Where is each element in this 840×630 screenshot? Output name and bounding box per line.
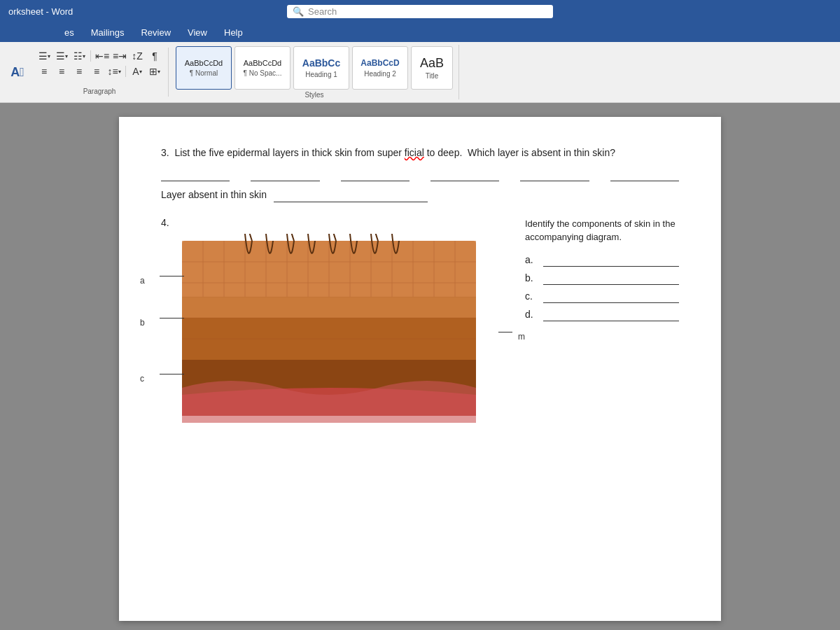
answer-line-2[interactable]: [251, 167, 319, 181]
style-no-spacing-preview: AaBbCcDd: [244, 59, 281, 68]
answer-b-label: b.: [525, 272, 539, 284]
answer-a-line[interactable]: [543, 253, 679, 267]
tab-view[interactable]: View: [179, 22, 216, 42]
paragraph-group-label: Paragraph: [83, 88, 116, 95]
answer-line-6[interactable]: [610, 167, 679, 181]
increase-indent-button[interactable]: ≡⇥: [112, 49, 127, 63]
styles-group: AaBbCcDd ¶ Normal AaBbCcDd ¶ No Spac... …: [170, 45, 459, 99]
skin-diagram: [161, 234, 497, 423]
answer-line-1[interactable]: [161, 167, 230, 181]
justify-button[interactable]: ≡: [89, 64, 104, 78]
style-heading2[interactable]: AaBbCcD Heading 2: [352, 46, 408, 90]
diagram-line-a: [160, 276, 184, 276]
style-title-label: Title: [426, 72, 439, 80]
layer-absent-label: Layer absent in thin skin: [161, 187, 267, 202]
style-normal-label: ¶ Normal: [190, 69, 218, 77]
question-3-text: 3. List the five epidermal layers in thi…: [161, 145, 679, 160]
doc-page[interactable]: 3. List the five epidermal layers in thi…: [119, 117, 721, 621]
answer-a-label: a.: [525, 254, 539, 265]
layer-absent-row: Layer absent in thin skin: [161, 187, 679, 202]
answer-c-line[interactable]: [543, 289, 679, 303]
paragraph-controls: ☰▾ ☰▾ ☷▾ ⇤≡ ≡⇥ ↕Z ¶ ≡ ≡ ≡ ≡ ↕≡▾ A▾ ⊞▾: [36, 49, 162, 78]
search-icon: 🔍: [293, 6, 304, 17]
line-spacing-button[interactable]: ↕≡▾: [106, 64, 122, 78]
tab-help[interactable]: Help: [216, 22, 251, 42]
decrease-indent-button[interactable]: ⇤≡: [94, 49, 110, 63]
answer-item-c: c.: [525, 289, 679, 303]
diagram-line-m: [498, 332, 512, 332]
question-4: 4. a b c m: [161, 217, 679, 425]
multilevel-list-button[interactable]: ☷▾: [71, 49, 87, 63]
search-bar[interactable]: 🔍 Search: [287, 5, 553, 18]
app-title: orksheet - Word: [8, 6, 287, 17]
word-ficial: ficial: [405, 147, 424, 158]
answer-d-line[interactable]: [543, 307, 679, 321]
answer-line-4[interactable]: [430, 167, 499, 181]
paragraph-row2: ≡ ≡ ≡ ≡ ↕≡▾ A▾ ⊞▾: [36, 64, 162, 78]
align-right-button[interactable]: ≡: [71, 64, 87, 78]
paragraph-row1: ☰▾ ☰▾ ☷▾ ⇤≡ ≡⇥ ↕Z ¶: [36, 49, 162, 63]
question-4-number: 4.: [161, 217, 511, 228]
diagram-line-c: [160, 374, 184, 374]
diagram-label-c: c: [140, 374, 144, 384]
answer-line-3[interactable]: [341, 167, 410, 181]
diagram-line-b: [160, 318, 184, 318]
style-no-spacing[interactable]: AaBbCcDd ¶ No Spac...: [234, 46, 290, 90]
answer-c-label: c.: [525, 290, 539, 302]
borders-button[interactable]: ⊞▾: [147, 64, 162, 78]
answer-item-b: b.: [525, 271, 679, 285]
style-title[interactable]: AaB Title: [411, 46, 453, 90]
question-3: 3. List the five epidermal layers in thi…: [161, 145, 679, 203]
answer-lines-q3: [161, 167, 679, 181]
answer-item-d: d.: [525, 307, 679, 321]
style-title-preview: AaB: [420, 56, 444, 71]
q4-left: 4. a b c m: [161, 217, 511, 425]
layer-absent-blank[interactable]: [274, 188, 428, 202]
style-heading1-label: Heading 1: [305, 71, 337, 78]
style-heading2-label: Heading 2: [364, 70, 396, 78]
ribbon: Aͦ ☰▾ ☰▾ ☷▾ ⇤≡ ≡⇥ ↕Z ¶ ≡ ≡ ≡ ≡ ↕≡▾: [0, 42, 840, 103]
title-bar: orksheet - Word 🔍 Search: [0, 0, 840, 22]
style-heading2-preview: AaBbCcD: [360, 58, 399, 68]
style-normal[interactable]: AaBbCcDd ¶ Normal: [176, 46, 232, 90]
styles-group-label: Styles: [304, 91, 323, 99]
tab-mailings[interactable]: Mailings: [83, 22, 133, 42]
font-format-button[interactable]: Aͦ: [10, 65, 25, 79]
search-placeholder: Search: [308, 6, 337, 17]
style-heading1[interactable]: AaBbCc Heading 1: [293, 46, 349, 90]
shading-button[interactable]: A▾: [130, 64, 145, 78]
list-numbers-button[interactable]: ☰▾: [54, 49, 69, 63]
identify-text: Identify the components of skin in the a…: [525, 217, 679, 244]
diagram-label-b: b: [140, 318, 145, 328]
paragraph-group: ☰▾ ☰▾ ☷▾ ⇤≡ ≡⇥ ↕Z ¶ ≡ ≡ ≡ ≡ ↕≡▾ A▾ ⊞▾ Pa…: [31, 48, 169, 97]
tab-es[interactable]: es: [56, 22, 83, 42]
styles-panel: AaBbCcDd ¶ Normal AaBbCcDd ¶ No Spac... …: [176, 46, 453, 90]
document-area: 3. List the five epidermal layers in thi…: [0, 103, 840, 630]
align-center-button[interactable]: ≡: [54, 64, 69, 78]
ribbon-tabs: es Mailings Review View Help: [0, 22, 840, 42]
show-para-button[interactable]: ¶: [147, 49, 162, 63]
list-bullets-button[interactable]: ☰▾: [36, 49, 52, 63]
sort-button[interactable]: ↕Z: [130, 49, 145, 63]
answer-b-line[interactable]: [543, 271, 679, 285]
tab-review[interactable]: Review: [132, 22, 179, 42]
answer-line-5[interactable]: [520, 167, 589, 181]
diagram-label-m: m: [518, 332, 525, 342]
style-heading1-preview: AaBbCc: [302, 57, 340, 69]
q4-right: Identify the components of skin in the a…: [511, 217, 679, 425]
style-no-spacing-label: ¶ No Spac...: [244, 69, 282, 77]
style-normal-preview: AaBbCcDd: [185, 59, 223, 68]
answer-item-a: a.: [525, 253, 679, 267]
answer-d-label: d.: [525, 309, 539, 320]
align-left-button[interactable]: ≡: [36, 64, 52, 78]
diagram-label-a: a: [140, 276, 145, 286]
diagram-wrapper: a b c m: [161, 234, 511, 425]
